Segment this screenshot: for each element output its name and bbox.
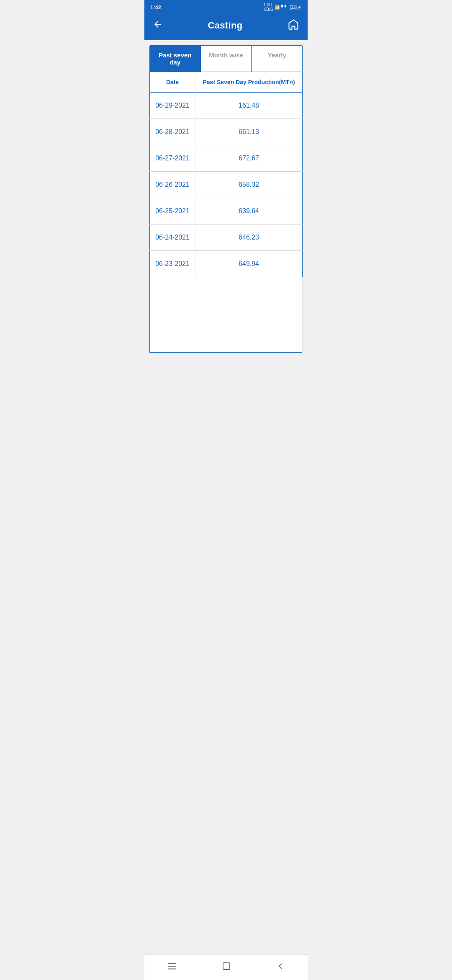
cell-production: 661.13 <box>195 119 303 145</box>
empty-row <box>150 277 303 353</box>
col-date: Date <box>150 72 195 93</box>
cell-date: 06-23-2021 <box>150 251 195 277</box>
cell-date: 06-27-2021 <box>150 145 195 172</box>
cell-production: 649.94 <box>195 251 303 277</box>
back-button[interactable] <box>153 19 163 32</box>
status-icons: 1.00KB/S 📶 ▘▘ [32]⚡ <box>264 3 302 12</box>
cell-production: 161.48 <box>195 93 303 119</box>
wifi-icon: 📶 <box>275 5 280 10</box>
table-row: 06-25-2021639.64 <box>150 198 303 224</box>
app-header: Casting <box>144 13 308 40</box>
status-bar: 1:42 1.00KB/S 📶 ▘▘ [32]⚡ <box>144 0 308 13</box>
page-title: Casting <box>208 20 243 31</box>
cell-date: 06-29-2021 <box>150 93 195 119</box>
table-row: 06-27-2021672.67 <box>150 145 303 172</box>
col-production: Past Seven Day Production(MTn) <box>195 72 303 93</box>
table-header: Date Past Seven Day Production(MTn) <box>150 72 303 93</box>
table-row: 06-24-2021646.23 <box>150 224 303 251</box>
cell-date: 06-26-2021 <box>150 172 195 198</box>
cell-date: 06-25-2021 <box>150 198 195 224</box>
battery-icon: [32]⚡ <box>290 5 302 10</box>
cell-production: 646.23 <box>195 224 303 251</box>
speed-indicator: 1.00KB/S <box>264 3 273 12</box>
table-row: 06-28-2021661.13 <box>150 119 303 145</box>
tab-container: Past seven day Month wise Yearly <box>149 45 303 72</box>
cell-production: 672.67 <box>195 145 303 172</box>
cell-production: 658.32 <box>195 172 303 198</box>
status-time: 1:42 <box>150 4 161 10</box>
main-content: Past seven day Month wise Yearly Date Pa… <box>144 40 308 358</box>
cell-date: 06-24-2021 <box>150 224 195 251</box>
table-row: 06-26-2021658.32 <box>150 172 303 198</box>
cell-date: 06-28-2021 <box>150 119 195 145</box>
home-button[interactable] <box>288 18 299 33</box>
tab-month-wise[interactable]: Month wise <box>201 46 252 72</box>
table-row: 06-23-2021649.94 <box>150 251 303 277</box>
tab-yearly[interactable]: Yearly <box>252 46 302 72</box>
cell-production: 639.64 <box>195 198 303 224</box>
signal-icon: ▘▘ <box>281 5 288 10</box>
table-row: 06-29-2021161.48 <box>150 93 303 119</box>
tab-past-seven[interactable]: Past seven day <box>150 46 201 72</box>
data-table: Date Past Seven Day Production(MTn) 06-2… <box>149 72 303 353</box>
